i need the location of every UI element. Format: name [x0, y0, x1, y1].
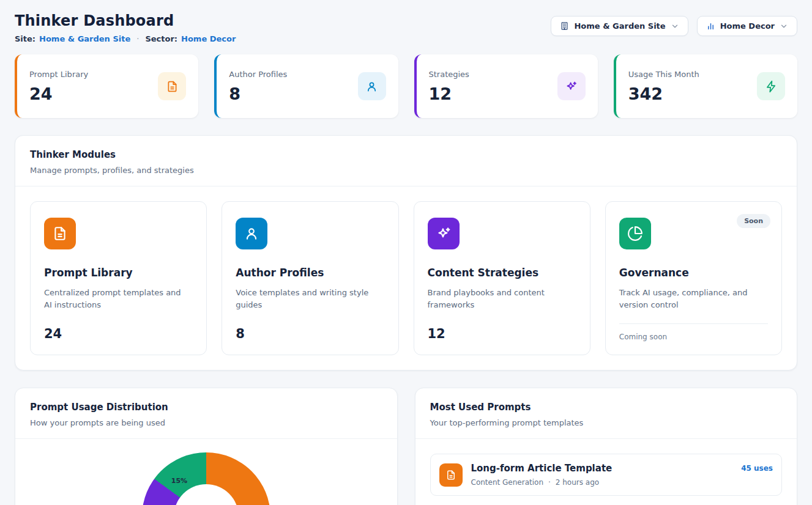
chevron-down-icon	[671, 22, 679, 31]
module-card-content-strategies[interactable]: Content Strategies Brand playbooks and c…	[414, 201, 590, 355]
breadcrumb: Site: Home & Garden Site · Sector: Home …	[15, 34, 236, 43]
page-title: Thinker Dashboard	[15, 12, 236, 29]
separator-dot: ·	[136, 34, 139, 43]
header-selectors: Home & Garden Site Home Decor	[551, 16, 797, 36]
title-block: Thinker Dashboard Site: Home & Garden Si…	[15, 12, 236, 43]
module-description: Centralized prompt templates and AI inst…	[44, 287, 193, 311]
chevron-down-icon	[780, 22, 788, 31]
most-used-prompts-card: Most Used Prompts Your top-performing pr…	[415, 388, 798, 505]
module-title: Governance	[619, 267, 768, 279]
bottom-row: Prompt Usage Distribution How your promp…	[15, 388, 797, 505]
module-description: Voice templates and writing style guides	[236, 287, 384, 311]
modules-header: Thinker Modules Manage prompts, profiles…	[15, 136, 797, 186]
usage-chart-body: 15%	[15, 439, 397, 505]
bar-chart-icon	[706, 21, 715, 31]
lightning-icon	[757, 72, 785, 100]
user-icon	[358, 72, 386, 100]
module-title: Content Strategies	[428, 267, 576, 279]
prompt-time: 2 hours ago	[556, 478, 599, 487]
site-selector-dropdown[interactable]: Home & Garden Site	[551, 16, 688, 36]
stat-card-usage: Usage This Month 342	[614, 54, 797, 118]
module-card-prompt-library[interactable]: Prompt Library Centralized prompt templa…	[30, 201, 207, 355]
modules-title: Thinker Modules	[30, 149, 782, 160]
stat-card-strategies: Strategies 12	[414, 54, 598, 118]
thinker-modules-panel: Thinker Modules Manage prompts, profiles…	[15, 135, 797, 370]
module-footer: Coming soon	[619, 323, 768, 341]
pie-chart-icon	[619, 218, 651, 249]
module-card-governance[interactable]: Soon Governance Track AI usage, complian…	[605, 201, 782, 355]
stat-label: Prompt Library	[29, 70, 88, 79]
document-icon	[158, 72, 186, 100]
usage-header: Prompt Usage Distribution How your promp…	[15, 388, 397, 438]
user-icon	[236, 218, 267, 249]
modules-grid: Prompt Library Centralized prompt templa…	[15, 186, 797, 370]
document-icon	[439, 463, 463, 487]
prompt-category: Content Generation	[471, 478, 543, 487]
most-used-header: Most Used Prompts Your top-performing pr…	[415, 388, 797, 438]
prompt-meta: Content Generation · 2 hours ago	[471, 478, 613, 487]
prompt-info: Long-form Article Template Content Gener…	[471, 463, 613, 487]
header: Thinker Dashboard Site: Home & Garden Si…	[15, 12, 797, 43]
most-used-subtitle: Your top-performing prompt templates	[430, 418, 783, 427]
stat-card-author-profiles: Author Profiles 8	[214, 54, 398, 118]
soon-badge: Soon	[737, 214, 770, 228]
sparkle-star-icon	[428, 218, 460, 249]
stat-text: Prompt Library 24	[29, 70, 88, 103]
stat-label: Author Profiles	[229, 70, 287, 79]
site-label: Site:	[15, 34, 35, 43]
module-count: 24	[44, 318, 193, 341]
module-count: 8	[236, 318, 384, 341]
sector-link[interactable]: Home Decor	[181, 34, 236, 43]
prompt-title: Long-form Article Template	[471, 463, 613, 474]
usage-title: Prompt Usage Distribution	[30, 402, 382, 413]
stat-value: 12	[429, 84, 469, 103]
stat-text: Usage This Month 342	[628, 70, 699, 103]
stat-text: Author Profiles 8	[229, 70, 287, 103]
module-card-author-profiles[interactable]: Author Profiles Voice templates and writ…	[222, 201, 398, 355]
module-title: Prompt Library	[44, 267, 193, 279]
stats-row: Prompt Library 24 Author Profiles 8 Stra…	[15, 54, 797, 118]
prompt-uses-badge: 45 uses	[741, 464, 773, 473]
module-title: Author Profiles	[236, 267, 384, 279]
prompt-list-item[interactable]: Long-form Article Template Content Gener…	[430, 454, 783, 496]
sparkle-star-icon	[557, 72, 586, 100]
dashboard-page: Thinker Dashboard Site: Home & Garden Si…	[0, 0, 812, 505]
site-link[interactable]: Home & Garden Site	[39, 34, 130, 43]
modules-subtitle: Manage prompts, profiles, and strategies	[30, 166, 782, 175]
stat-card-prompt-library: Prompt Library 24	[15, 54, 198, 118]
module-description: Brand playbooks and content frameworks	[428, 287, 576, 311]
site-selector-value: Home & Garden Site	[574, 21, 665, 31]
sector-selector-dropdown[interactable]: Home Decor	[697, 16, 797, 36]
stat-text: Strategies 12	[429, 70, 469, 103]
stat-value: 342	[628, 84, 699, 103]
sector-selector-value: Home Decor	[720, 21, 775, 31]
usage-distribution-card: Prompt Usage Distribution How your promp…	[15, 388, 398, 505]
separator-dot: ·	[548, 478, 551, 487]
document-icon	[44, 218, 76, 249]
usage-subtitle: How your prompts are being used	[30, 418, 382, 427]
stat-value: 8	[229, 84, 287, 103]
building-icon	[560, 21, 569, 31]
stat-label: Usage This Month	[628, 70, 699, 79]
prompts-list: Long-form Article Template Content Gener…	[415, 439, 797, 505]
stat-label: Strategies	[429, 70, 469, 79]
donut-segment-label: 15%	[171, 477, 187, 485]
module-count: 12	[428, 318, 576, 341]
most-used-title: Most Used Prompts	[430, 402, 783, 413]
usage-donut-wrap: 15%	[142, 452, 270, 505]
sector-label: Sector:	[145, 34, 177, 43]
stat-value: 24	[29, 84, 88, 103]
module-description: Track AI usage, compliance, and version …	[619, 287, 768, 311]
